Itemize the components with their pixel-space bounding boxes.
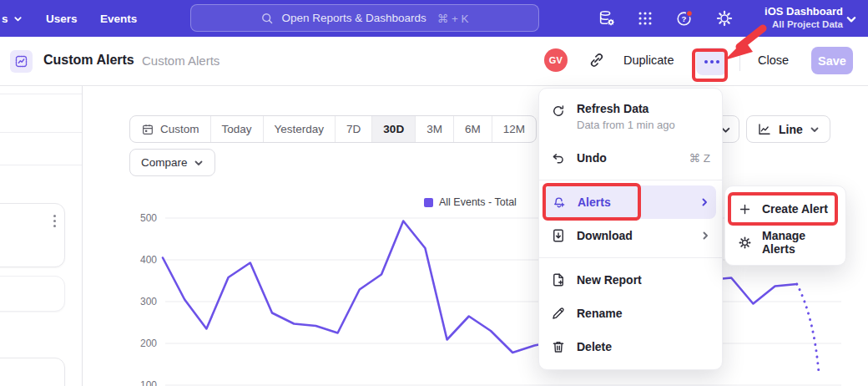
nav-item-truncated[interactable]: s (0, 0, 23, 37)
project-switcher[interactable]: iOS Dashboard All Project Data (765, 4, 843, 31)
range-label: Custom (160, 123, 199, 135)
bell-plus-icon (552, 195, 567, 210)
more-options-menu: Refresh Data Data from 1 min ago Undo ⌘ … (538, 88, 723, 370)
svg-text:200: 200 (140, 338, 157, 349)
left-sidebar (0, 86, 83, 386)
menu-label: Delete (577, 340, 612, 353)
range-yesterday[interactable]: Yesterday (263, 116, 336, 142)
range-7d[interactable]: 7D (335, 116, 371, 142)
nav-item-users[interactable]: Users (46, 0, 78, 37)
menu-label: Rename (577, 307, 622, 320)
svg-text:100: 100 (140, 379, 157, 386)
range-30d-active[interactable]: 30D (371, 116, 415, 142)
svg-text:400: 400 (140, 254, 157, 266)
submenu-label: Manage Alerts (762, 229, 833, 256)
svg-text:?: ? (682, 14, 687, 23)
submenu-item-create-alert[interactable]: Create Alert (725, 192, 845, 226)
undo-icon (551, 150, 566, 165)
report-header: Custom Alerts Custom Alerts GV Duplicate… (0, 37, 868, 86)
search-input[interactable]: Open Reports & Dashboards ⌘ + K (190, 4, 539, 32)
menu-item-undo[interactable]: Undo ⌘ Z (539, 141, 722, 175)
range-6m[interactable]: 6M (453, 116, 492, 142)
range-12m[interactable]: 12M (492, 116, 536, 142)
project-scope: All Project Data (765, 18, 843, 31)
pencil-icon (551, 306, 566, 321)
legend-label: All Events - Total (439, 196, 517, 208)
save-button[interactable]: Save (811, 47, 853, 74)
trash-icon (551, 339, 566, 354)
search-shortcut: ⌘ + K (437, 12, 469, 25)
calendar-icon (141, 123, 154, 136)
sidebar-card[interactable] (0, 276, 65, 312)
close-button[interactable]: Close (758, 53, 789, 67)
settings-gear-icon[interactable] (715, 9, 734, 28)
app-window: 500400300200100 All Events - Total Custo… (0, 0, 868, 386)
help-icon-with-badge[interactable]: ? (675, 9, 694, 28)
page-title: Custom Alerts (43, 53, 134, 68)
chevron-down-icon (810, 124, 820, 135)
menu-divider (539, 180, 722, 180)
download-icon (551, 228, 566, 243)
legend-swatch (424, 198, 433, 207)
menu-label: Download (577, 229, 633, 242)
sidebar-divider (0, 132, 82, 133)
range-custom[interactable]: Custom (130, 116, 210, 142)
sidebar-divider (0, 165, 82, 165)
refresh-icon (551, 104, 566, 119)
menu-sublabel: Data from 1 min ago (577, 119, 675, 131)
chevron-right-icon (699, 197, 709, 207)
breadcrumb: Custom Alerts (142, 53, 220, 68)
menu-item-refresh-data[interactable]: Refresh Data Data from 1 min ago (539, 94, 722, 141)
file-plus-icon (551, 272, 566, 287)
duplicate-button[interactable]: Duplicate (623, 53, 674, 67)
chart-legend: All Events - Total (424, 196, 517, 208)
data-management-icon[interactable] (598, 9, 616, 28)
menu-label: New Report (577, 273, 642, 287)
menu-item-delete[interactable]: Delete (539, 330, 722, 363)
menu-item-alerts[interactable]: Alerts (545, 185, 716, 219)
chevron-right-icon (700, 231, 710, 241)
menu-divider (539, 257, 722, 258)
header-divider (739, 49, 740, 71)
kebab-menu-icon[interactable] (53, 215, 56, 227)
submenu-label: Create Alert (762, 202, 828, 216)
chevron-down-icon (194, 158, 204, 168)
sidebar-card[interactable] (0, 203, 65, 267)
line-chart-icon (757, 122, 772, 137)
avatar[interactable]: GV (544, 48, 568, 72)
chart-type-button[interactable]: Line (746, 115, 830, 143)
project-name: iOS Dashboard (765, 4, 843, 18)
top-navbar: s Users Events Open Reports & Dashboards… (0, 0, 868, 37)
more-options-button[interactable] (696, 48, 727, 75)
sidebar-card[interactable] (0, 358, 65, 386)
gear-icon (738, 236, 752, 250)
svg-text:500: 500 (140, 212, 157, 224)
menu-label: Refresh Data (577, 102, 675, 115)
date-range-control: Custom Today Yesterday 7D 30D 3M 6M 12M (129, 115, 537, 143)
copy-link-icon[interactable] (588, 52, 605, 69)
submenu-item-manage-alerts[interactable]: Manage Alerts (725, 226, 845, 259)
svg-text:300: 300 (140, 296, 157, 307)
chevron-down-icon[interactable] (845, 13, 857, 25)
compare-button[interactable]: Compare (129, 149, 215, 176)
menu-item-new-report[interactable]: New Report (539, 263, 722, 297)
range-today[interactable]: Today (210, 116, 263, 142)
menu-label: Undo (577, 151, 607, 165)
alerts-submenu: Create Alert Manage Alerts (724, 185, 846, 266)
range-3m[interactable]: 3M (415, 116, 453, 142)
apps-grid-icon[interactable] (636, 9, 654, 28)
menu-label: Alerts (578, 196, 611, 209)
sidebar-divider (0, 94, 82, 94)
menu-item-download[interactable]: Download (539, 219, 722, 252)
menu-item-rename[interactable]: Rename (539, 297, 722, 330)
search-icon (260, 12, 274, 25)
nav-item-events[interactable]: Events (100, 0, 137, 37)
report-icon (10, 50, 33, 73)
plus-icon (738, 202, 752, 216)
chevron-down-icon (13, 14, 23, 23)
shortcut-hint: ⌘ Z (689, 151, 711, 165)
